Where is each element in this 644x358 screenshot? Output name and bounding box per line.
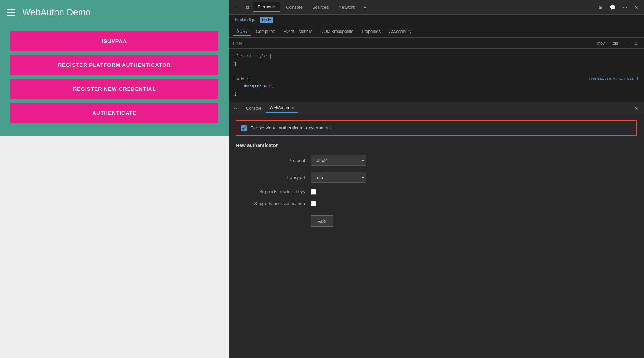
register-credential-button[interactable]: REGISTER NEW CREDENTIAL	[10, 79, 218, 99]
devtools-topbar: ⬚ ⧉ Elements Console Sources Network » ⚙…	[229, 0, 644, 15]
new-style-rule-button[interactable]: ⊡	[632, 40, 640, 46]
margin-value: ▶ 0;	[264, 84, 274, 89]
bottom-tab-webauthn[interactable]: WebAuthn ✕	[266, 104, 298, 113]
device-toolbar-icon[interactable]: ⧉	[243, 2, 252, 12]
devtools-css: element.style { } body { material.te…k.m…	[229, 49, 644, 102]
app-buttons: ISUVPAA REGISTER PLATFORM AUTHENTICATOR …	[0, 24, 229, 136]
close-bottom-panel-icon[interactable]: ✕	[632, 104, 641, 113]
breadcrumb-html[interactable]: html.mdl-js	[233, 17, 257, 23]
app-content	[0, 136, 229, 358]
subtab-styles[interactable]: Styles	[233, 27, 251, 36]
resident-keys-row: Supports resident keys	[236, 189, 637, 195]
authenticate-button[interactable]: AUTHENTICATE	[10, 103, 218, 123]
resident-keys-checkbox[interactable]	[311, 189, 316, 195]
inspect-element-icon[interactable]: ⬚	[232, 2, 242, 12]
tab-sources[interactable]: Sources	[308, 2, 333, 12]
more-tabs-icon[interactable]: »	[360, 2, 369, 12]
user-verification-label: Supports user verification	[236, 201, 305, 206]
subtab-properties[interactable]: Properties	[358, 28, 384, 35]
settings-icon[interactable]: ⚙	[595, 2, 606, 12]
devtools-bottom-tabs: ⋯ Console WebAuthn ✕ ✕	[229, 102, 644, 115]
devtools-subtabs: Styles Computed Event Listeners DOM Brea…	[229, 25, 644, 38]
cls-filter-button[interactable]: .cls	[610, 40, 620, 46]
body-rule-block: body { material.te…k.min.css:8 margin: ▶…	[234, 75, 638, 98]
enable-virtual-row: Enable virtual authenticator environment	[236, 120, 637, 136]
add-style-button[interactable]: +	[623, 40, 629, 46]
tab-elements[interactable]: Elements	[253, 2, 280, 12]
user-verification-row: Supports user verification	[236, 201, 637, 206]
add-authenticator-button[interactable]: Add	[311, 215, 333, 227]
protocol-label: Protocol	[236, 158, 305, 163]
webauthn-content: Enable virtual authenticator environment…	[229, 115, 644, 358]
protocol-select[interactable]: ctap2 u2f	[311, 155, 366, 166]
enable-virtual-label[interactable]: Enable virtual authenticator environment	[250, 125, 331, 131]
app-title: WebAuthn Demo	[22, 7, 91, 18]
margin-colon: :	[259, 84, 264, 89]
body-selector: body {	[234, 77, 249, 81]
new-authenticator-section: New authenticator Protocol ctap2 u2f Tra…	[236, 143, 637, 227]
register-platform-button[interactable]: REGISTER PLATFORM AUTHENTICATOR	[10, 55, 218, 75]
breadcrumb-body[interactable]: body	[260, 17, 273, 23]
devtools-panel: ⬚ ⧉ Elements Console Sources Network » ⚙…	[229, 0, 644, 358]
webauthn-tab-close-icon[interactable]: ✕	[291, 106, 295, 110]
devtools-breadcrumb: html.mdl-js body	[229, 15, 644, 25]
enable-virtual-checkbox[interactable]	[241, 125, 247, 131]
devtools-bottom: ⋯ Console WebAuthn ✕ ✕ Enable virtual au…	[229, 102, 644, 358]
app-panel: WebAuthn Demo ISUVPAA REGISTER PLATFORM …	[0, 0, 229, 358]
css-source-link[interactable]: material.te…k.min.css:8	[586, 75, 638, 82]
subtab-computed[interactable]: Computed	[253, 28, 279, 35]
resident-keys-label: Supports resident keys	[236, 189, 305, 194]
hamburger-icon[interactable]	[7, 9, 15, 16]
new-authenticator-title: New authenticator	[236, 143, 637, 148]
transport-label: Transport	[236, 175, 305, 180]
subtab-event-listeners[interactable]: Event Listeners	[280, 28, 316, 35]
element-style-block: element.style { }	[234, 53, 638, 68]
subtab-dom-breakpoints[interactable]: DOM Breakpoints	[317, 28, 357, 35]
app-header: WebAuthn Demo	[0, 0, 229, 24]
tab-network[interactable]: Network	[334, 2, 359, 12]
element-style-selector: element.style {	[234, 54, 272, 59]
transport-select[interactable]: usb nfc ble internal	[311, 172, 366, 183]
body-close: }	[234, 91, 237, 96]
user-verification-checkbox[interactable]	[311, 201, 316, 206]
devtools-filter: :hov .cls + ⊡	[229, 38, 644, 49]
isuvpaa-button[interactable]: ISUVPAA	[10, 31, 218, 51]
filter-input[interactable]	[233, 41, 592, 46]
close-devtools-icon[interactable]: ✕	[632, 2, 641, 12]
bottom-dots-icon: ⋯	[232, 105, 241, 112]
hov-filter-button[interactable]: :hov	[595, 40, 607, 46]
element-style-close: }	[234, 62, 237, 66]
margin-prop: margin	[244, 84, 259, 89]
tab-console[interactable]: Console	[282, 2, 307, 12]
subtab-accessibility[interactable]: Accessibility	[385, 28, 415, 35]
transport-row: Transport usb nfc ble internal	[236, 172, 637, 183]
feedback-icon[interactable]: 💬	[607, 2, 618, 12]
bottom-tab-console[interactable]: Console	[243, 105, 265, 112]
more-options-icon[interactable]: ⋯	[620, 2, 630, 12]
protocol-row: Protocol ctap2 u2f	[236, 155, 637, 166]
